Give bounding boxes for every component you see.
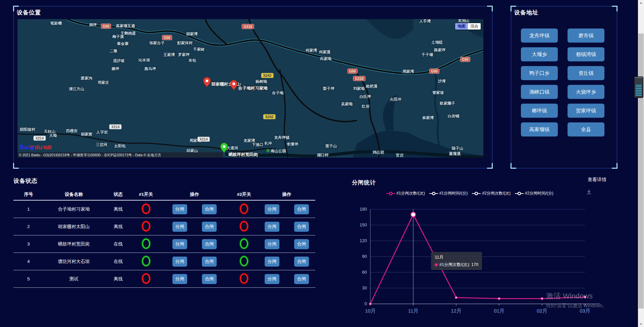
baidu-map[interactable]: 笔架槽洞坪天鹅抱蛋胡家湾高家堰互通梅子溪紫金寨二墩流沙坡沁水坝跑马坪腰坪渡家沟邓… [17, 19, 483, 158]
open-switch-button[interactable]: 分闸 [172, 204, 187, 214]
device-name: 塘坊河村大石坝 [44, 259, 104, 265]
map-place-label: 太阳包 [114, 144, 126, 148]
switch1-indicator [142, 273, 150, 284]
close-switch-button[interactable]: 合闸 [202, 257, 217, 267]
scrollbar-down-arrow[interactable]: ▼ [638, 321, 644, 327]
map-type-control[interactable]: 地图 混合 [455, 23, 481, 30]
open-switch-button[interactable]: 分闸 [265, 204, 279, 214]
address-button[interactable]: 鸭子口乡 [521, 66, 558, 80]
switch2-indicator [240, 273, 248, 284]
close-switch-button[interactable]: 合闸 [294, 274, 309, 284]
line-chart[interactable]: 030609012015018010月11月12月01月02月03月 [349, 198, 617, 319]
map-type-hybrid-button[interactable]: 混合 [468, 23, 481, 30]
column-header: #2开关 [230, 192, 258, 198]
address-button[interactable]: 龙舟坪镇 [521, 29, 558, 43]
open-switch-button[interactable]: 分闸 [172, 222, 187, 232]
address-button[interactable]: 高家堰镇 [521, 122, 558, 137]
legend-item[interactable]: #2分闸次数/(次) [472, 190, 511, 196]
address-button[interactable]: 全县 [568, 122, 604, 137]
row-number: 5 [13, 276, 44, 281]
map-place-label: 彭家河村 [177, 41, 193, 45]
data-point[interactable] [369, 303, 371, 305]
hovered-data-point[interactable] [411, 212, 416, 217]
address-button[interactable]: 资丘镇 [568, 66, 604, 80]
address-button[interactable]: 磨市镇 [568, 29, 604, 43]
address-button[interactable]: 都镇湾镇 [568, 47, 604, 61]
close-switch-button[interactable]: 合闸 [294, 222, 309, 232]
legend-item[interactable]: #1分闸时间/(分) [429, 190, 468, 196]
address-button[interactable]: 大堰乡 [521, 47, 558, 61]
map-place-label: 阴阳坡村 [20, 127, 36, 131]
data-point[interactable] [584, 296, 586, 298]
open-switch-button[interactable]: 分闸 [172, 239, 187, 249]
legend-item[interactable]: #2分闸时间/(分) [515, 190, 553, 196]
legend-label: #1分闸次数/(次) [396, 190, 425, 196]
map-place-label: 洞坪 [89, 23, 97, 27]
switch2-cell [230, 221, 258, 232]
view-details-link[interactable]: 查看详情 [588, 177, 606, 183]
scrollbar-thumb[interactable] [638, 34, 644, 309]
address-button[interactable]: 贺家坪镇 [568, 104, 604, 118]
address-button[interactable]: 榔坪镇 [521, 104, 558, 118]
row-number: 3 [13, 241, 44, 247]
open-switch-button[interactable]: 分闸 [265, 239, 279, 249]
download-icon[interactable] [586, 188, 592, 197]
scrollbar-up-arrow[interactable]: ▲ [638, 0, 644, 6]
legend-marker-icon [386, 192, 395, 195]
road-badge-label: S242 [263, 73, 272, 77]
map-place-label: 林家湾 [422, 115, 434, 120]
y-axis-tick-label: 150 [360, 222, 367, 227]
road-badge-label: X214 [36, 136, 44, 140]
address-button[interactable]: 火烧坪乡 [568, 85, 604, 99]
device-status: 离线 [104, 224, 132, 230]
map-place-label: 欧家圈子 [440, 101, 455, 105]
map-place-label: 罗家坪 [178, 52, 190, 57]
open-switch-button[interactable]: 分闸 [172, 257, 187, 267]
legend-label: #2分闸次数/(次) [482, 190, 511, 196]
column-header: 序号 [13, 192, 44, 198]
map-place-label: 跑马坪 [144, 67, 156, 71]
switch2-cell [230, 204, 258, 215]
data-point[interactable] [541, 297, 543, 299]
column-header: 设备名称 [44, 192, 104, 198]
close-switch-button[interactable]: 合闸 [202, 239, 217, 249]
vertical-scrollbar[interactable]: ▲ ▼ [638, 0, 644, 327]
map-place-label: 火田冲 [390, 97, 401, 101]
legend-item[interactable]: #1分闸次数/(次) [386, 190, 425, 196]
open-switch-button[interactable]: 分闸 [172, 274, 187, 284]
map-place-label: 管家坡 [432, 90, 444, 95]
data-point[interactable] [498, 297, 500, 299]
road-badge-label: G50 [462, 57, 469, 61]
table-row: 4塘坊河村大石坝在线分闸合闸分闸合闸 [13, 253, 315, 270]
close-switch-button[interactable]: 合闸 [202, 204, 217, 214]
map-place-label: 腰坪 [111, 67, 120, 71]
column-header: 操作 [258, 192, 315, 198]
open-switch-button[interactable]: 分闸 [265, 257, 279, 267]
map-place-label: 下渔口 [252, 143, 264, 147]
switch1-cell [132, 273, 159, 285]
map-canvas: 笔架槽洞坪天鹅抱蛋胡家湾高家堰互通梅子溪紫金寨二墩流沙坡沁水坝跑马坪腰坪渡家沟邓… [17, 19, 483, 158]
open-switch-button[interactable]: 分闸 [265, 274, 279, 284]
address-button[interactable]: 渔峡口镇 [521, 85, 558, 99]
device-name: 晒鼓坪村荒田岗 [44, 241, 104, 247]
map-type-map-button[interactable]: 地图 [455, 23, 468, 30]
close-switch-button[interactable]: 合闸 [202, 222, 217, 232]
device-location-panel: 设备位置 笔架槽洞坪天鹅抱蛋胡家湾高家堰互通梅子溪紫金寨二墩流沙坡沁水坝跑马坪腰… [13, 6, 492, 168]
close-switch-button[interactable]: 合闸 [294, 204, 309, 214]
y-axis-tick-label: 0 [365, 301, 367, 306]
close-switch-button[interactable]: 合闸 [294, 257, 309, 267]
switch2-indicator [240, 256, 248, 266]
legend-marker-icon [472, 192, 481, 195]
chart-title: 分闸统计 [352, 179, 376, 186]
chart-legend: #1分闸次数/(次)#1分闸时间/(分)#2分闸次数/(次)#2分闸时间/(分) [386, 190, 553, 196]
map-place-label: 枇杷溪 [366, 84, 378, 88]
corner-decoration [487, 6, 493, 11]
data-point[interactable] [455, 296, 457, 298]
close-switch-button[interactable]: 合闸 [294, 239, 309, 249]
close-switch-button[interactable]: 合闸 [202, 274, 217, 284]
open-switch-button[interactable]: 分闸 [265, 222, 279, 232]
map-place-label: 何家湾 [305, 48, 317, 52]
switch2-actions: 分闸合闸 [258, 222, 315, 232]
switch2-indicator [240, 238, 248, 249]
baidu-paw-icon [29, 145, 35, 151]
